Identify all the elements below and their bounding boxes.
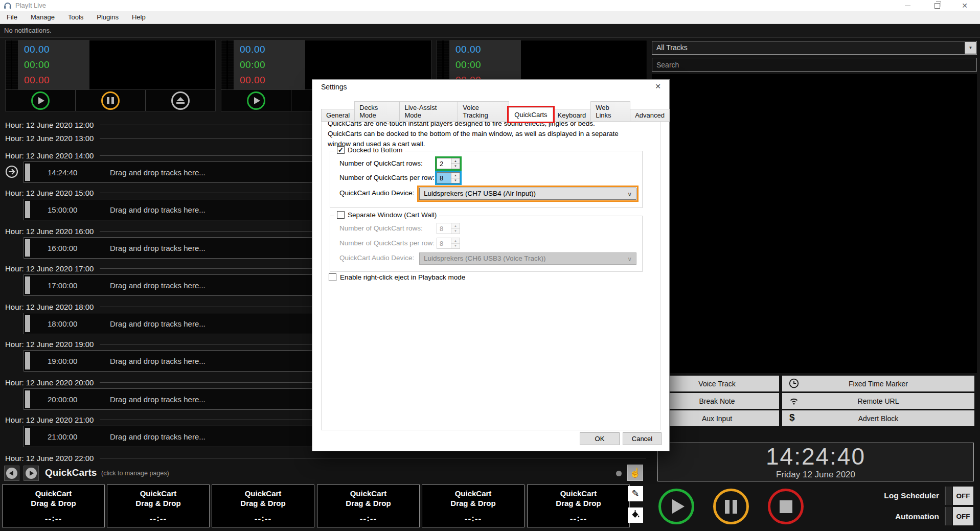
toggle-knob [945,507,953,525]
aux-input-button[interactable]: Aux Input [655,410,779,426]
voice-track-button[interactable]: Voice Track [655,376,779,391]
quickcart-assign-mode-button[interactable]: ☝ [627,465,643,481]
per-row-label: Number of QuickCarts per row: [339,174,435,181]
chevron-down-icon: ∨ [627,189,632,200]
menu-file[interactable]: File [0,11,24,24]
separate-window-legend: Separate Window (Cart Wall) [334,211,439,219]
spin-up-icon: ▲ [451,238,460,244]
quickcart-slot[interactable]: QuickCartDrag & Drop--:-- [107,484,210,527]
pause-icon [725,500,737,514]
quickcart-slot[interactable]: QuickCartDrag & Drop--:-- [212,484,314,527]
quickcart-slot[interactable]: QuickCartDrag & Drop--:-- [527,484,630,527]
rows-spinner[interactable]: 2 ▲▼ [437,158,460,169]
tab-general[interactable]: General [321,109,355,122]
deck-player-1: 00.00 00:00 00.00 [5,40,216,111]
track-list[interactable] [652,74,977,373]
spin-up-icon[interactable]: ▲ [451,173,460,178]
window-title: PlayIt Live [15,2,46,9]
tab-live-assist-mode[interactable]: Live-Assist Mode [399,101,458,122]
log-scheduler-label: Log Scheduler [844,491,939,500]
stop-icon [780,500,792,513]
quickcart-page-prev-button[interactable] [4,466,19,481]
minimize-button[interactable] [896,0,919,11]
toggle-knob [945,487,953,505]
quickcart-color-button[interactable] [628,507,643,523]
restore-button[interactable] [926,0,948,11]
quickcart-slot[interactable]: QuickCartDrag & Drop--:-- [317,484,420,527]
deck-play-button[interactable] [6,90,76,111]
dialog-close-button[interactable]: ✕ [655,82,661,90]
chevron-down-icon: ∨ [627,253,632,265]
dropdown-arrow-icon[interactable]: ▼ [965,42,976,54]
spin-down-icon[interactable]: ▼ [451,164,460,169]
quickcarts-title[interactable]: QuickCarts [45,467,97,478]
vu-meter [221,40,234,89]
deck-play-button[interactable] [221,90,291,111]
menu-tools[interactable]: Tools [61,11,90,24]
deck-pause-button[interactable] [76,90,146,111]
remote-url-button[interactable]: Remote URL [782,393,974,409]
rows-label-disabled: Number of QuickCart rows: [339,224,423,232]
hour-header: Hour: 12 June 2020 22:00 [5,454,646,463]
audio-device-dropdown[interactable]: Luidsprekers (CH7 USB4 (Air Input)) ∨ [419,188,636,200]
tab-keyboard[interactable]: Keyboard [553,109,591,122]
automation-toggle[interactable]: OFF [945,507,973,525]
vu-meter [6,40,18,89]
headphones-logo-icon [4,2,12,11]
audio-device-label: QuickCart Audio Device: [339,189,414,197]
audio-device-label-disabled: QuickCart Audio Device: [339,254,414,262]
pencil-icon: ✎ [631,488,639,499]
menu-manage[interactable]: Manage [24,11,61,24]
title-bar: PlayIt Live ✕ [0,0,980,11]
clock-icon [788,378,800,390]
deck-waveform-area [89,40,215,89]
separate-window-checkbox[interactable] [337,211,345,219]
quickcart-slot[interactable]: QuickCartDrag & Drop--:-- [422,484,525,527]
log-scheduler-toggle[interactable]: OFF [945,487,973,505]
search-input[interactable] [652,58,977,72]
notification-text: No notifications. [0,24,52,37]
break-note-button[interactable]: Break Note [655,393,779,409]
ok-button[interactable]: OK [580,432,620,445]
deck-eject-button[interactable] [146,90,215,111]
right-click-eject-row: Enable right-click eject in Playback mod… [329,273,465,281]
transport-pause-button[interactable] [713,489,749,524]
menu-plugins[interactable]: Plugins [90,11,125,24]
tab-quickcarts[interactable]: QuickCarts [509,107,553,122]
toggle-state: OFF [953,487,973,505]
track-group-dropdown[interactable]: All Tracks ▼ [652,41,977,55]
menu-help[interactable]: Help [125,11,152,24]
close-window-button[interactable]: ✕ [953,0,976,11]
edit-quickcart-button[interactable]: ✎ [628,486,643,501]
per-row-label-disabled: Number of QuickCarts per row: [339,239,435,247]
clock-time: 14:24:40 [658,444,973,469]
tab-decks-mode[interactable]: Decks Mode [354,101,400,122]
play-icon [672,499,685,514]
tab-voice-tracking[interactable]: Voice Tracking [458,101,509,122]
docked-to-bottom-checkbox[interactable] [337,146,345,154]
docked-to-bottom-legend: Docked to Bottom [334,146,405,154]
studio-clock: 14:24:40 Friday 12 June 2020 [657,443,974,481]
transport-stop-button[interactable] [768,489,804,524]
transport-play-button[interactable] [658,489,694,524]
dialog-title: Settings [321,83,347,91]
tab-web-links[interactable]: Web Links [590,101,630,122]
per-row-spinner[interactable]: 8 ▲▼ [437,172,460,183]
spin-up-icon[interactable]: ▲ [451,158,460,164]
arrow-right-icon [26,468,37,479]
quickcart-slot[interactable]: QuickCartDrag & Drop--:-- [2,484,105,527]
right-click-eject-checkbox[interactable] [329,273,336,281]
spin-up-icon: ▲ [451,223,460,229]
fixed-time-marker-button[interactable]: Fixed Time Marker [782,376,974,391]
quickcart-page-next-button[interactable] [24,466,39,481]
wifi-icon [788,395,800,408]
paint-bucket-icon [631,510,640,521]
spin-down-icon: ▼ [451,244,460,249]
spin-down-icon[interactable]: ▼ [451,178,460,183]
advert-block-button[interactable]: $ Advert Block [782,410,974,426]
cancel-button[interactable]: Cancel [623,432,662,445]
deck-elapsed-time: 00:00 [240,59,265,71]
deck-remaining-time: 00.00 [24,75,50,86]
quickcarts-description: QuickCarts are one-touch instant players… [328,119,629,149]
tab-advanced[interactable]: Advanced [630,109,670,122]
